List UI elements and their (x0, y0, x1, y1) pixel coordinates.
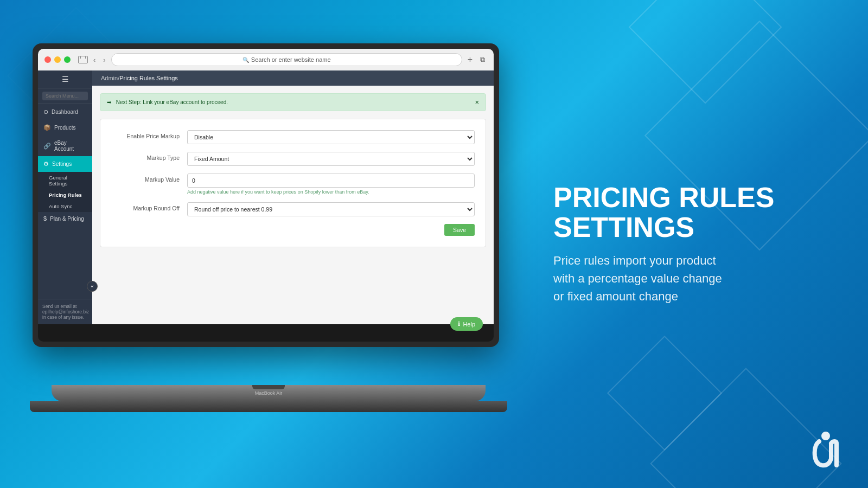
screen-bezel: ‹ › 🔍 Search or enter website name + ⧉ ☰ (38, 49, 494, 342)
markup-round-off-row: Markup Round Off Round off price to near… (111, 202, 475, 216)
sidebar-search-input[interactable] (42, 92, 88, 100)
main-header: Admin/ Pricing Rules Settings (92, 70, 494, 86)
sidebar-item-label: eBay Account (54, 140, 87, 152)
dashboard-icon: ⊙ (43, 108, 48, 115)
footer-text: Send us email at epilhelp@infoshore.biz … (42, 304, 89, 320)
search-icon: 🔍 (242, 57, 249, 63)
copy-button[interactable]: ⧉ (478, 54, 487, 65)
sidebar-item-settings[interactable]: ⚙ Settings (38, 156, 92, 172)
plan-label: Plan & Pricing (50, 216, 84, 222)
hamburger-menu-button[interactable]: ☰ (62, 75, 69, 84)
settings-submenu: General Settings Pricing Rules Auto Sync (38, 172, 92, 212)
tabs-icon[interactable] (78, 56, 88, 63)
help-icon: ℹ (458, 320, 460, 328)
markup-type-row: Markup Type Fixed Amount Percentage (111, 152, 475, 166)
sidebar-item-label: Dashboard (52, 109, 78, 115)
back-button[interactable]: ‹ (91, 55, 98, 65)
alert-content: ➡ Next Step: Link your eBay account to p… (107, 99, 228, 105)
markup-round-off-select[interactable]: Round off price to nearest 0.99 No round… (187, 202, 475, 216)
sidebar-header: ☰ (38, 70, 92, 88)
laptop-wrapper: ‹ › 🔍 Search or enter website name + ⧉ ☰ (33, 43, 505, 434)
submenu-general-settings[interactable]: General Settings (38, 172, 92, 189)
sidebar-collapse-button[interactable]: « (87, 281, 98, 292)
subtext: Price rules import your productwith a pe… (553, 252, 825, 305)
markup-round-off-label: Markup Round Off (111, 202, 187, 211)
url-bar[interactable]: 🔍 Search or enter website name (111, 53, 462, 66)
url-text: Search or enter website name (251, 56, 331, 63)
enable-price-markup-row: Enable Price Markup Disable Enable (111, 130, 475, 144)
markup-value-label: Markup Value (111, 174, 187, 183)
logo-watermark (803, 426, 846, 472)
alert-icon: ➡ (107, 99, 111, 105)
general-settings-label: General Settings (49, 175, 67, 187)
markup-type-label: Markup Type (111, 152, 187, 161)
breadcrumb-admin: Admin/ (101, 75, 119, 81)
enable-price-markup-select[interactable]: Disable Enable (187, 130, 475, 144)
pricing-rules-label: Pricing Rules (49, 192, 82, 198)
headline-line2: SETTINGS (553, 213, 825, 242)
laptop-brand: MacBook Air (255, 390, 283, 396)
alert-close-button[interactable]: × (475, 98, 479, 106)
products-icon: 📦 (43, 124, 51, 131)
sidebar-item-plan-pricing[interactable]: $ Plan & Pricing (38, 212, 92, 225)
submenu-auto-sync[interactable]: Auto Sync (38, 201, 92, 212)
sidebar-item-ebay-account[interactable]: 🔗 eBay Account (38, 136, 92, 156)
markup-type-select[interactable]: Fixed Amount Percentage (187, 152, 475, 166)
laptop-foot (30, 401, 507, 412)
enable-price-markup-control: Disable Enable (187, 130, 475, 144)
right-panel: PRICING RULES SETTINGS Price rules impor… (553, 183, 825, 305)
main-content: Admin/ Pricing Rules Settings ➡ Next Ste… (92, 70, 494, 324)
headline-line1: PRICING RULES (553, 183, 825, 213)
markup-type-control: Fixed Amount Percentage (187, 152, 475, 166)
main-body: ➡ Next Step: Link your eBay account to p… (92, 86, 494, 324)
save-button[interactable]: Save (444, 224, 475, 236)
help-button[interactable]: ℹ Help (450, 317, 483, 331)
markup-value-row: Markup Value Add negative value here if … (111, 174, 475, 195)
sidebar-item-products[interactable]: 📦 Products (38, 120, 92, 136)
alert-banner: ➡ Next Step: Link your eBay account to p… (100, 93, 486, 111)
close-window-button[interactable] (44, 56, 51, 63)
auto-sync-label: Auto Sync (49, 203, 72, 209)
markup-value-control: Add negative value here if you want to k… (187, 174, 475, 195)
sidebar: ☰ ⊙ Dashboard 📦 Products (38, 70, 92, 324)
breadcrumb-current: Pricing Rules Settings (119, 75, 178, 81)
enable-price-markup-label: Enable Price Markup (111, 130, 187, 139)
new-tab-button[interactable]: + (465, 54, 475, 66)
laptop-screen: ‹ › 🔍 Search or enter website name + ⧉ ☰ (33, 43, 499, 347)
alert-message: Next Step: Link your eBay account to pro… (116, 99, 228, 105)
maximize-window-button[interactable] (64, 56, 71, 63)
headline: PRICING RULES SETTINGS (553, 183, 825, 242)
svg-point-0 (821, 432, 830, 440)
sidebar-footer: Send us email at epilhelp@infoshore.biz … (38, 299, 92, 324)
pricing-rules-form: Enable Price Markup Disable Enable (100, 119, 486, 247)
settings-icon: ⚙ (43, 160, 49, 168)
laptop-base: MacBook Air (52, 385, 486, 401)
traffic-lights: ‹ › 🔍 Search or enter website name + ⧉ (38, 49, 494, 70)
markup-value-input[interactable] (187, 174, 475, 188)
laptop-notch (252, 385, 285, 389)
sidebar-search-wrap (38, 88, 92, 104)
form-footer: Save (111, 224, 475, 236)
app-content: ☰ ⊙ Dashboard 📦 Products (38, 70, 494, 324)
help-label: Help (463, 321, 475, 328)
logo-svg (803, 426, 846, 470)
sidebar-item-label: Settings (52, 161, 72, 167)
ebay-icon: 🔗 (43, 143, 51, 150)
markup-round-off-control: Round off price to nearest 0.99 No round… (187, 202, 475, 216)
markup-value-hint: Add negative value here if you want to k… (187, 189, 475, 195)
submenu-pricing-rules[interactable]: Pricing Rules (38, 189, 92, 201)
plan-icon: $ (43, 215, 47, 222)
minimize-window-button[interactable] (54, 56, 61, 63)
forward-button[interactable]: › (101, 55, 107, 65)
sidebar-item-dashboard[interactable]: ⊙ Dashboard (38, 104, 92, 120)
sidebar-item-label: Products (54, 125, 75, 131)
